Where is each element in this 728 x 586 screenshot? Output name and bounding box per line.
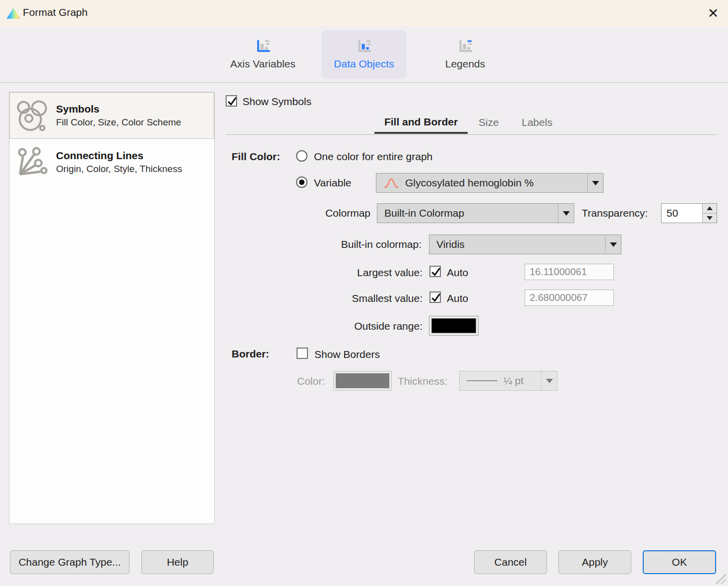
border-color-label: Color: (278, 375, 325, 387)
nav-tab-data-objects[interactable]: Data Objects (321, 30, 407, 79)
dropdown-arrow-section (605, 235, 621, 254)
show-symbols-label[interactable]: Show Symbols (243, 96, 311, 108)
border-color-swatch (333, 371, 392, 391)
sidebar-item-title: Connecting Lines (56, 150, 182, 162)
show-symbols-checkbox[interactable] (226, 95, 237, 107)
tab-divider (226, 134, 717, 135)
dropdown-arrow-section (587, 174, 603, 192)
outside-range-label: Outside range: (298, 320, 423, 332)
one-color-radio[interactable] (296, 150, 307, 162)
one-color-radio-label[interactable]: One color for entire graph (314, 151, 432, 163)
variable-dropdown-value: Glycosylated hemoglobin % (405, 177, 534, 189)
triangle-up-icon (707, 206, 713, 210)
show-borders-label[interactable]: Show Borders (314, 349, 380, 360)
largest-value-label: Largest value: (298, 267, 423, 279)
variable-radio[interactable] (296, 176, 307, 188)
outside-range-swatch-fill (431, 318, 476, 333)
window-title: Format Graph (23, 6, 88, 18)
close-button[interactable]: ✕ (702, 3, 724, 24)
border-section-label: Border: (232, 348, 269, 360)
dropdown-arrow-section (541, 371, 557, 390)
tab-fill-and-border[interactable]: Fill and Border (374, 116, 468, 128)
sidebar-item-text: Symbols Fill Color, Size, Color Scheme (56, 103, 181, 128)
colormap-dropdown[interactable]: Built-in Colormap (377, 203, 574, 223)
connecting-lines-icon (15, 146, 48, 178)
checkmark-icon (430, 266, 441, 277)
nav-tab-label: Legends (445, 58, 485, 70)
resize-grip[interactable] (713, 572, 727, 585)
builtin-colormap-value: Viridis (436, 238, 465, 250)
spinner-down-button[interactable] (703, 213, 717, 223)
nav-tab-legends[interactable]: Legends (423, 30, 508, 79)
chevron-down-icon (563, 211, 570, 216)
active-tab-underline (374, 132, 468, 134)
nav-tab-bar: Axis Variables Data Objects Legends (0, 26, 728, 83)
tab-labels[interactable]: Labels (522, 117, 552, 128)
line-sample-icon (467, 380, 497, 381)
prism-logo-icon (6, 7, 21, 20)
nav-tab-axis-variables[interactable]: Axis Variables (220, 30, 305, 79)
apply-button[interactable]: Apply (558, 550, 631, 574)
sidebar-item-subtitle: Fill Color, Size, Color Scheme (56, 117, 181, 128)
variable-radio-label[interactable]: Variable (314, 177, 352, 189)
outside-range-swatch[interactable] (429, 316, 479, 336)
sidebar-item-title: Symbols (56, 103, 181, 115)
nav-tab-label: Data Objects (334, 58, 394, 70)
cancel-button[interactable]: Cancel (474, 550, 547, 574)
colormap-label: Colormap (298, 207, 370, 219)
smallest-auto-checkbox[interactable] (429, 292, 441, 303)
change-graph-type-button[interactable]: Change Graph Type... (10, 550, 129, 574)
thickness-value: ¼ pt (503, 375, 524, 387)
sidebar: Symbols Fill Color, Size, Color Scheme C… (9, 92, 215, 524)
chevron-down-icon (610, 242, 617, 247)
transparency-input[interactable]: 50 (662, 204, 702, 223)
distribution-curve-icon (384, 177, 399, 189)
transparency-spinner: 50 (661, 203, 717, 223)
checkmark-icon (227, 96, 238, 107)
smallest-value-input: 2.680000067 (525, 290, 614, 306)
builtin-colormap-dropdown[interactable]: Viridis (429, 234, 621, 254)
transparency-label: Transparency: (582, 207, 648, 219)
symbols-icon (15, 99, 48, 132)
sidebar-item-symbols[interactable]: Symbols Fill Color, Size, Color Scheme (9, 92, 214, 139)
dropdown-arrow-section (558, 204, 574, 223)
help-button[interactable]: Help (141, 550, 214, 574)
chevron-down-icon (592, 181, 599, 185)
thickness-dropdown: ¼ pt (459, 371, 557, 391)
triangle-down-icon (707, 216, 713, 220)
spinner-up-button[interactable] (703, 204, 717, 213)
spinner-buttons (702, 204, 717, 223)
border-color-swatch-fill (336, 373, 389, 388)
title-bar: Format Graph ✕ (0, 0, 728, 26)
axis-variables-icon (255, 39, 271, 55)
sidebar-item-text: Connecting Lines Origin, Color, Style, T… (56, 150, 182, 175)
sidebar-item-connecting-lines[interactable]: Connecting Lines Origin, Color, Style, T… (9, 139, 214, 185)
smallest-value-label: Smallest value: (298, 293, 423, 304)
nav-tab-label: Axis Variables (230, 58, 296, 70)
chevron-down-icon (546, 379, 553, 383)
variable-dropdown[interactable]: Glycosylated hemoglobin % (376, 173, 604, 193)
data-objects-icon (357, 39, 372, 55)
sidebar-item-subtitle: Origin, Color, Style, Thickness (56, 164, 182, 175)
tab-size[interactable]: Size (479, 117, 499, 128)
colormap-dropdown-value: Built-in Colormap (384, 207, 464, 219)
largest-value-input: 16.11000061 (525, 264, 614, 280)
fill-color-section-label: Fill Color: (232, 151, 280, 163)
checkmark-icon (430, 292, 441, 303)
show-borders-checkbox[interactable] (297, 348, 308, 359)
legends-icon (458, 39, 473, 55)
largest-auto-checkbox[interactable] (429, 266, 441, 277)
close-icon: ✕ (708, 5, 719, 21)
largest-auto-label[interactable]: Auto (447, 267, 468, 279)
smallest-auto-label[interactable]: Auto (447, 293, 468, 304)
thickness-label: Thickness: (398, 375, 447, 387)
ok-button[interactable]: OK (643, 550, 716, 574)
builtin-colormap-label: Built-in colormap: (278, 238, 422, 250)
